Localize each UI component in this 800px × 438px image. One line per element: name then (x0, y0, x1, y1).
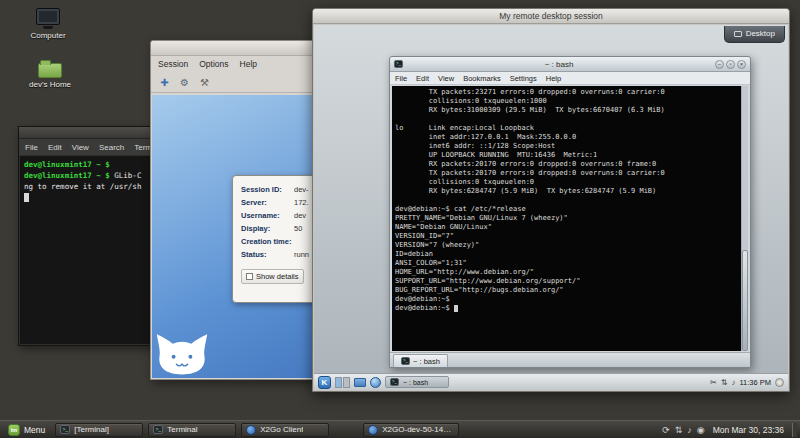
terminal-line: TX packets:23271 errors:0 dropped:0 over… (395, 88, 741, 97)
terminal-line (395, 196, 741, 205)
terminal-cursor (454, 305, 458, 312)
field-label: Display: (241, 222, 294, 235)
menu-label: Menu (24, 425, 45, 435)
terminal-icon (401, 357, 410, 365)
terminal-line: RX bytes:6284747 (5.9 MiB) TX bytes:6284… (395, 187, 741, 196)
konsole-tab[interactable]: ~ : bash (393, 354, 448, 367)
terminal-line: NAME="Debian GNU/Linux" (395, 223, 741, 232)
desktop[interactable]: Computer dev's Home FileEditViewSearchTe… (0, 0, 800, 438)
desktop-tab-button[interactable]: Desktop (724, 26, 785, 43)
update-icon[interactable] (662, 425, 670, 435)
field-value: runn (294, 248, 309, 261)
menu-item[interactable]: File (25, 143, 38, 152)
computer-icon (36, 8, 60, 25)
field-label: Status: (241, 248, 294, 261)
pager-desktop-2[interactable] (343, 377, 350, 388)
field-label: Username: (241, 209, 294, 222)
remote-session-window: My remote desktop session Desktop ~ : ba… (312, 8, 790, 392)
terminal-line: RX bytes:31000309 (29.5 MiB) TX bytes:66… (395, 106, 741, 115)
volume-icon[interactable] (687, 425, 692, 435)
session-preferences-icon[interactable] (178, 76, 191, 89)
x2go-mascot-icon (154, 329, 210, 377)
taskbar-window-button[interactable]: ~ : bash (385, 376, 449, 388)
menu-item[interactable]: File (395, 74, 407, 83)
kde-panel: ~ : bash 11:36 PM (314, 373, 788, 390)
terminal-line (395, 115, 741, 124)
menu-item[interactable]: Session (158, 59, 188, 69)
network-icon[interactable] (721, 378, 728, 387)
konsole-titlebar[interactable]: ~ : bash (390, 57, 750, 72)
menu-item[interactable]: Help (240, 59, 257, 69)
konsole-menubar: FileEditViewBookmarksSettingsHelp (390, 72, 750, 85)
show-desktop-button[interactable] (792, 423, 797, 437)
panel-cashew[interactable] (775, 378, 784, 387)
maximize-button[interactable] (726, 60, 735, 69)
home-folder-icon (38, 63, 62, 78)
new-session-icon[interactable] (158, 76, 171, 89)
konsole-tab-label: ~ : bash (413, 357, 440, 366)
clipboard-icon[interactable] (710, 378, 717, 387)
terminal-line: VERSION="7 (wheezy)" (395, 241, 741, 250)
menu-item[interactable]: Options (199, 59, 228, 69)
remote-titlebar[interactable]: My remote desktop session (313, 9, 789, 24)
show-details-checkbox[interactable]: Show details (241, 269, 304, 284)
taskbar-window-button[interactable]: Terminal (148, 423, 236, 437)
browser-icon[interactable] (370, 377, 381, 388)
menu-item[interactable]: Settings (510, 74, 537, 83)
remote-desktop-area[interactable]: Desktop ~ : bash FileEditViewBookmarksSe… (314, 25, 788, 390)
terminal-line: ANSI_COLOR="1;31" (395, 259, 741, 268)
power-icon[interactable] (697, 425, 705, 435)
terminal-line: RX packets:20170 errors:0 dropped:0 over… (395, 160, 741, 169)
konsole-icon (394, 60, 403, 68)
desktop-icon-home[interactable]: dev's Home (24, 60, 76, 89)
pager-desktop-1[interactable] (335, 377, 342, 388)
desktop-icon-computer[interactable]: Computer (22, 8, 74, 40)
x2go-icon (368, 425, 378, 435)
scrollbar-thumb[interactable] (742, 250, 748, 351)
desktop-icon-label: dev's Home (24, 80, 76, 89)
field-value: dev (294, 209, 306, 222)
menu-item[interactable]: Edit (416, 74, 429, 83)
minimize-button[interactable] (715, 60, 724, 69)
kde-clock[interactable]: 11:36 PM (739, 378, 771, 387)
menu-item[interactable]: Help (546, 74, 561, 83)
menu-button[interactable]: Menu (3, 422, 50, 437)
terminal-icon (390, 378, 399, 386)
desktop-icon-label: Computer (22, 31, 74, 40)
taskbar-window-button[interactable]: X2GO-dev-50-142776... (363, 423, 459, 437)
menu-item[interactable]: View (438, 74, 454, 83)
terminal-prompt: dev@debian:~$ (395, 304, 454, 312)
network-icon[interactable] (675, 425, 683, 435)
desktop-pager[interactable] (335, 377, 350, 388)
scrollbar[interactable] (741, 86, 748, 351)
task-label: ~ : bash (403, 379, 428, 386)
taskbar-window-button[interactable]: X2Go Client (241, 423, 329, 437)
show-details-label: Show details (256, 272, 299, 281)
field-value: 50 (294, 222, 302, 235)
monitor-icon (734, 31, 742, 37)
monitor-stand (43, 26, 53, 29)
menu-item[interactable]: Edit (48, 143, 62, 152)
desktop-tab-label: Desktop (746, 29, 775, 38)
terminal-line: ID=debian (395, 250, 741, 259)
menu-item[interactable]: Bookmarks (463, 74, 501, 83)
terminal-line: SUPPORT_URL="http://www.debian.org/suppo… (395, 277, 741, 286)
terminal-icon (60, 425, 70, 434)
konsole-terminal[interactable]: TX packets:23271 errors:0 dropped:0 over… (392, 86, 741, 351)
konsole-tabbar: ~ : bash (390, 352, 750, 367)
kde-menu-button[interactable] (318, 376, 331, 389)
menu-item[interactable]: Search (99, 143, 124, 152)
mint-logo-icon (8, 424, 20, 436)
terminal-cursor (24, 193, 29, 202)
remote-title: My remote desktop session (499, 11, 602, 21)
settings-icon[interactable] (198, 76, 211, 89)
volume-icon[interactable] (731, 378, 735, 387)
clock[interactable]: Mon Mar 30, 23:36 (713, 425, 784, 435)
menu-item[interactable]: View (72, 143, 89, 152)
close-button[interactable] (737, 60, 746, 69)
terminal-line: collisions:0 txqueuelen:1000 (395, 97, 741, 106)
terminal-line: PRETTY_NAME="Debian GNU/Linux 7 (wheezy)… (395, 214, 741, 223)
taskbar-window-button[interactable]: [Terminal] (55, 423, 143, 437)
konsole-title: ~ : bash (405, 60, 713, 69)
folder-icon[interactable] (354, 378, 366, 387)
